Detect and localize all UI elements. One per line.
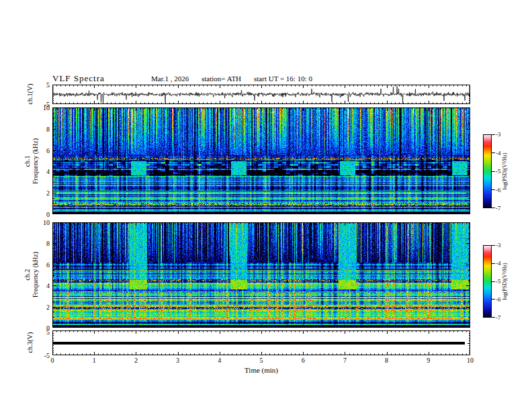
x-tick-label: 9	[427, 357, 430, 364]
x-tick-label: 4	[218, 357, 221, 364]
ch2-frequency-tick-label: 6	[35, 261, 50, 268]
x-tick-label: 8	[385, 357, 388, 364]
ch3-voltage-tick-label: 5	[35, 328, 50, 336]
colorbar1-tick-label: -6	[496, 187, 501, 193]
colorbar1-label: log(PSD)(V²/Hz)	[502, 152, 508, 189]
ch1-frequency-axis-label: ch.1 Frequency (kHz)	[24, 138, 39, 184]
x-tick-label: 0	[51, 357, 54, 364]
ch1-frequency-tick-label: 10	[35, 104, 50, 111]
x-tick-label: 1	[93, 357, 96, 364]
ch3-waveform-plot	[52, 330, 470, 355]
ch1-spectrogram	[52, 107, 470, 214]
colorbar2-tick-label: -4	[496, 260, 501, 267]
colorbar1-tick-label: -7	[496, 205, 501, 212]
colorbar-ch1	[483, 134, 496, 208]
ch1-frequency-tick-label: 2	[35, 189, 50, 197]
vlf-spectra-figure: VLF Spectra Mar.1 , 2026 station= ATH st…	[0, 0, 532, 411]
colorbar2-tick-label: -3	[496, 242, 501, 248]
colorbar1-tick-label: -4	[496, 150, 501, 156]
colorbar2-tick-label: -5	[496, 278, 501, 285]
ch2-frequency-axis-label: ch.2 Frequency (kHz)	[24, 252, 39, 298]
x-axis-title: Time (min)	[245, 366, 278, 374]
x-tick-label: 2	[134, 357, 138, 364]
x-tick-label: 10	[467, 357, 474, 364]
ch2-frequency-tick-label: 2	[35, 303, 50, 310]
ch3-voltage-tick-label: -5	[35, 352, 50, 359]
colorbar2-label: log(PSD)(V²/Hz)	[502, 263, 508, 300]
colorbar2-tick-label: -7	[496, 314, 501, 321]
start-ut-label: start UT = 16: 10: 0	[254, 75, 312, 83]
colorbar1-tick-label: -5	[496, 168, 501, 175]
x-tick-label: 5	[260, 357, 263, 364]
plot-title: VLF Spectra	[52, 73, 105, 84]
x-tick-label: 3	[176, 357, 179, 364]
station-label: station= ATH	[202, 75, 241, 83]
x-tick-label: 6	[302, 357, 305, 364]
x-tick-label: 7	[343, 357, 347, 364]
ch2-frequency-tick-label: 10	[35, 219, 50, 226]
ch1-voltage-axis-label: ch.1(V)	[26, 84, 34, 105]
ch3-voltage-axis-label: ch.3(V)	[26, 332, 34, 353]
colorbar1-tick-label: -3	[496, 131, 501, 138]
ch1-frequency-tick-label: 6	[35, 146, 50, 154]
ch1-frequency-tick-label: 0	[35, 211, 50, 218]
date-label: Mar.1 , 2026	[151, 75, 189, 83]
ch1-frequency-tick-label: 8	[35, 125, 50, 132]
ch2-spectrogram	[52, 222, 470, 328]
colorbar2-tick-label: -6	[496, 296, 501, 303]
ch1-frequency-tick-label: 4	[35, 168, 50, 175]
ch2-frequency-tick-label: 4	[35, 282, 50, 289]
ch1-waveform-plot	[52, 85, 470, 104]
colorbar-ch2	[483, 245, 496, 318]
ch2-frequency-tick-label: 8	[35, 240, 50, 247]
ch1-voltage-tick-label: 5	[35, 81, 50, 89]
